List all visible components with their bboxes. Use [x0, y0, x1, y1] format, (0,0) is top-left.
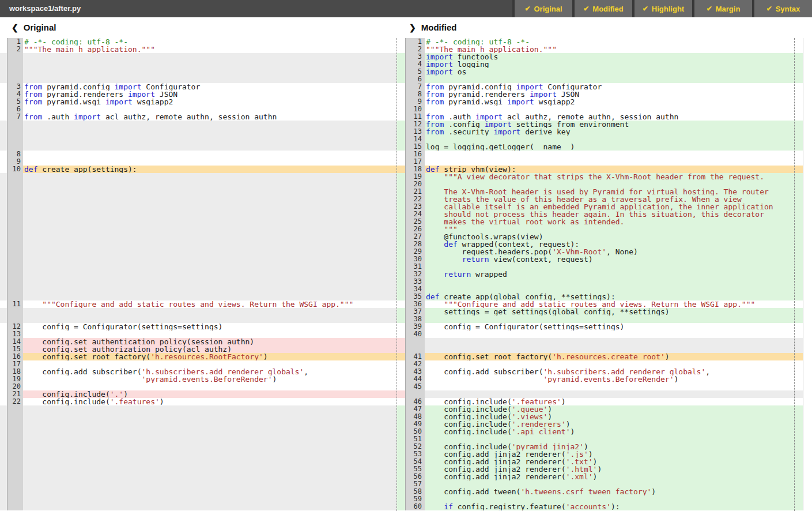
- code-line-modified[interactable]: """: [425, 226, 803, 233]
- collapse-left-icon[interactable]: ❮: [12, 23, 18, 32]
- code-line-modified[interactable]: should not process this header again. In…: [425, 211, 803, 218]
- code-token: config.set_root_factory(: [24, 353, 150, 360]
- line-number-original: [7, 293, 23, 300]
- code-line-modified[interactable]: def create_app(global_config, **settings…: [425, 293, 803, 300]
- toggle-original[interactable]: ✔Original: [515, 0, 572, 17]
- code-line-modified[interactable]: from pyramid.renderers import JSON: [425, 91, 803, 98]
- code-line-modified[interactable]: [425, 480, 803, 488]
- code-line-modified[interactable]: request.headers.pop('X-Vhm-Root', None): [425, 248, 803, 256]
- diff-row: 4from pyramid.renderers import JSON8from…: [0, 91, 812, 98]
- filler-block: [23, 211, 396, 218]
- code-line-original[interactable]: [23, 330, 396, 338]
- code-line-modified[interactable]: import functools: [425, 53, 803, 61]
- code-line-original[interactable]: 'pyramid.events.BeforeRender'): [23, 375, 396, 383]
- code-line-original[interactable]: [23, 158, 396, 166]
- code-token: pyramid.renderers: [444, 91, 530, 98]
- code-line-modified[interactable]: config.add_jinja2_renderer('.html'): [425, 465, 803, 473]
- toggle-modified[interactable]: ✔Modified: [575, 0, 632, 17]
- code-line-modified[interactable]: @functools.wraps(view): [425, 233, 803, 241]
- code-line-modified[interactable]: from pyramid.wsgi import wsgiapp2: [425, 98, 803, 106]
- code-line-original[interactable]: # -*- coding: utf-8 -*-: [23, 38, 396, 46]
- code-line-modified[interactable]: config.add_jinja2_renderer('.txt'): [425, 458, 803, 465]
- code-line-modified[interactable]: [425, 315, 803, 323]
- toggle-syntax[interactable]: ✔Syntax: [754, 0, 812, 17]
- code-line-modified[interactable]: import os: [425, 68, 803, 76]
- code-line-modified[interactable]: callable itself is an embedded Pyramid a…: [425, 203, 803, 211]
- code-line-original[interactable]: from .auth import acl_authz, remote_auth…: [23, 113, 396, 121]
- code-line-modified[interactable]: [425, 151, 803, 158]
- toggle-margin[interactable]: ✔Margin: [694, 0, 752, 17]
- code-line-original[interactable]: from pyramid.wsgi import wsgiapp2: [23, 98, 396, 106]
- code-line-modified[interactable]: config = Configurator(settings=settings): [425, 323, 803, 330]
- code-line-modified[interactable]: return wrapped: [425, 270, 803, 278]
- code-line-modified[interactable]: [425, 181, 803, 188]
- code-line-modified[interactable]: 'pyramid.events.BeforeRender'): [425, 375, 803, 383]
- code-line-modified[interactable]: treats the value of this header as a tra…: [425, 196, 803, 203]
- code-line-modified[interactable]: from .config import settings_from_enviro…: [425, 121, 803, 128]
- code-line-modified[interactable]: [425, 330, 803, 338]
- code-line-modified[interactable]: settings = get_settings(global_config, *…: [425, 308, 803, 315]
- code-line-modified[interactable]: [425, 158, 803, 166]
- code-line-original[interactable]: config.set_authentication_policy(session…: [23, 338, 396, 345]
- code-line-original[interactable]: from pyramid.config import Configurator: [23, 83, 396, 91]
- code-line-modified[interactable]: makes the virtual root work as intended.: [425, 218, 803, 226]
- code-line-modified[interactable]: config.add_subscriber('h.subscribers.add…: [425, 368, 803, 375]
- code-line-modified[interactable]: [425, 435, 803, 443]
- toggle-highlight[interactable]: ✔Highlight: [635, 0, 692, 17]
- code-line-modified[interactable]: The X-Vhm-Root header is used by Pyramid…: [425, 188, 803, 196]
- code-line-modified[interactable]: # -*- coding: utf-8 -*-: [425, 38, 803, 46]
- code-line-modified[interactable]: log = logging.getLogger(__name__): [425, 143, 803, 151]
- code-line-modified[interactable]: from .security import derive_key: [425, 128, 803, 136]
- code-line-original[interactable]: [23, 383, 396, 390]
- code-line-modified[interactable]: [425, 136, 803, 143]
- code-line-modified[interactable]: config.include('.queue'): [425, 405, 803, 413]
- pane-right-edge: [803, 503, 812, 510]
- code-line-modified[interactable]: config.add_tween('h.tweens.csrf_tween_fa…: [425, 488, 803, 495]
- code-line-modified[interactable]: return view(context, request): [425, 256, 803, 263]
- code-line-modified[interactable]: def strip_vhm(view):: [425, 166, 803, 173]
- code-line-modified[interactable]: [425, 495, 803, 503]
- code-line-modified[interactable]: from pyramid.config import Configurator: [425, 83, 803, 91]
- code-line-modified[interactable]: from .auth import acl_authz, remote_auth…: [425, 113, 803, 121]
- code-line-modified[interactable]: if config.registry.feature('accounts'):: [425, 503, 803, 510]
- code-line-modified[interactable]: config.include('.renderers'): [425, 420, 803, 428]
- code-line-modified[interactable]: import logging: [425, 61, 803, 68]
- code-line-modified[interactable]: [425, 285, 803, 293]
- code-line-modified[interactable]: """The main h application.""": [425, 46, 803, 53]
- code-line-original[interactable]: config.include('.'): [23, 390, 396, 398]
- code-line-modified[interactable]: config.include('.views'): [425, 413, 803, 420]
- code-line-modified[interactable]: [425, 278, 803, 285]
- code-line-modified[interactable]: config.include('.features'): [425, 398, 803, 405]
- code-line-original[interactable]: config = Configurator(settings=settings): [23, 323, 396, 330]
- code-line-original[interactable]: config.set_authorization_policy(acl_auth…: [23, 345, 396, 353]
- code-line-modified[interactable]: [425, 263, 803, 270]
- collapse-right-icon[interactable]: ❯: [409, 23, 416, 32]
- code-line-original[interactable]: def create_app(settings):: [23, 166, 396, 173]
- code-line-modified[interactable]: [425, 360, 803, 368]
- code-line-original[interactable]: config.set_root_factory('h.resources.Roo…: [23, 353, 396, 360]
- code-line-original[interactable]: [23, 151, 396, 158]
- code-line-original[interactable]: from pyramid.renderers import JSON: [23, 91, 396, 98]
- pane-right-edge: [803, 91, 812, 98]
- code-line-original[interactable]: config.include('.features'): [23, 398, 396, 405]
- code-line-modified[interactable]: config.add_jinja2_renderer('.xml'): [425, 473, 803, 480]
- code-line-modified[interactable]: [425, 76, 803, 83]
- chunk-link-strip: [396, 428, 405, 435]
- code-line-modified[interactable]: config.include('pyramid_jinja2'): [425, 443, 803, 450]
- code-line-original[interactable]: [23, 106, 396, 113]
- code-line-modified[interactable]: config.include('.api_client'): [425, 428, 803, 435]
- code-line-modified[interactable]: config.add_jinja2_renderer('.js'): [425, 450, 803, 458]
- code-line-modified[interactable]: [425, 383, 803, 390]
- code-line-modified[interactable]: """A view decorator that strips the X-Vh…: [425, 173, 803, 181]
- code-line-modified[interactable]: def wrapped(context, request):: [425, 241, 803, 248]
- code-line-modified[interactable]: [425, 106, 803, 113]
- code-token: from: [426, 128, 444, 136]
- code-line-original[interactable]: [23, 360, 396, 368]
- diff-row: 1742: [0, 360, 812, 368]
- code-line-original[interactable]: """Configure and add static routes and v…: [23, 300, 396, 308]
- code-line-modified[interactable]: config.set_root_factory('h.resources.cre…: [425, 353, 803, 360]
- line-number-original: [7, 413, 23, 420]
- code-line-modified[interactable]: """Configure and add static routes and v…: [425, 300, 803, 308]
- code-line-original[interactable]: config.add_subscriber('h.subscribers.add…: [23, 368, 396, 375]
- code-line-original[interactable]: """The main h application.""": [23, 46, 396, 53]
